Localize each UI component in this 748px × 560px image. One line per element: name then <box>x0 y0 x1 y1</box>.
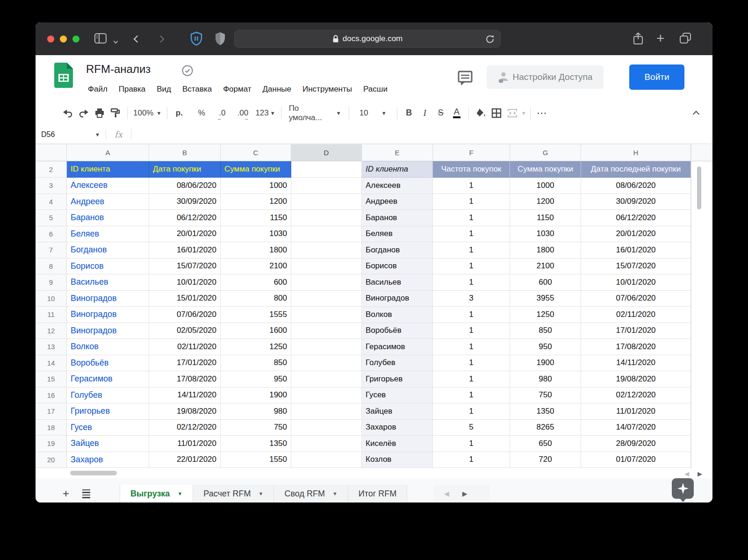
cell-C11[interactable]: 1555 <box>221 307 291 323</box>
cell-E2[interactable]: ID клиента <box>362 161 433 178</box>
cell-D18[interactable] <box>291 420 362 436</box>
cell-F2[interactable]: Частота покупок <box>433 161 510 178</box>
all-sheets-icon[interactable] <box>82 489 90 498</box>
cell-C5[interactable]: 1150 <box>221 210 291 226</box>
cell-H14[interactable]: 14/11/2020 <box>581 355 691 372</box>
cell-E8[interactable]: Борисов <box>362 258 433 275</box>
cell-A20[interactable]: Захаров <box>67 452 149 468</box>
cell-E11[interactable]: Волков <box>362 307 433 323</box>
cell-F8[interactable]: 1 <box>433 258 510 275</box>
cell-H16[interactable]: 02/12/2020 <box>581 388 691 404</box>
cell-D8[interactable] <box>291 258 362 275</box>
cell-F16[interactable]: 1 <box>433 388 510 404</box>
menu-item-3[interactable]: Вставка <box>177 82 217 96</box>
column-header-A[interactable]: A <box>67 144 149 161</box>
cell-E13[interactable]: Герасимов <box>362 339 433 355</box>
shield-icon[interactable] <box>214 31 226 46</box>
cell-C19[interactable]: 1350 <box>221 436 291 452</box>
cell-H3[interactable]: 08/06/2020 <box>581 178 691 194</box>
cell-C4[interactable]: 1200 <box>221 194 291 210</box>
row-header-15[interactable]: 15 <box>36 371 67 388</box>
sheet-tab-0[interactable]: Выгрузка▼ <box>120 485 193 503</box>
cell-D16[interactable] <box>291 388 362 404</box>
vertical-scroll-thumb[interactable] <box>697 166 701 209</box>
zoom-select[interactable]: 100%▼ <box>131 105 163 121</box>
cell-A6[interactable]: Беляев <box>67 226 149 243</box>
row-header-13[interactable]: 13 <box>36 339 67 355</box>
cell-C2[interactable]: Сумма покупки <box>221 161 291 178</box>
sheet-tab-3[interactable]: Итог RFM <box>348 485 408 503</box>
cell-F7[interactable]: 1 <box>433 242 510 258</box>
cell-B8[interactable]: 15/07/2020 <box>149 258 221 275</box>
cell-A4[interactable]: Андреев <box>67 194 149 210</box>
row-header-18[interactable]: 18 <box>36 420 67 436</box>
print-icon[interactable] <box>92 105 108 121</box>
cell-A15[interactable]: Герасимов <box>67 371 149 388</box>
cell-H13[interactable]: 17/08/2020 <box>581 339 691 355</box>
text-color-button[interactable]: A <box>449 105 465 121</box>
cell-D19[interactable] <box>291 436 362 452</box>
cell-G18[interactable]: 8265 <box>510 420 581 436</box>
fullscreen-window-button[interactable] <box>72 36 79 43</box>
cell-E14[interactable]: Голубев <box>362 355 433 372</box>
cell-A17[interactable]: Григорьев <box>67 403 149 420</box>
cell-G7[interactable]: 1800 <box>510 242 581 258</box>
cell-A7[interactable]: Богданов <box>67 242 149 258</box>
cell-C14[interactable]: 850 <box>221 355 291 372</box>
cell-E18[interactable]: Захаров <box>362 420 433 436</box>
cell-G10[interactable]: 3955 <box>510 291 581 307</box>
cell-H17[interactable]: 11/01/2020 <box>581 403 691 420</box>
add-sheet-icon[interactable]: + <box>63 487 69 500</box>
cell-H4[interactable]: 30/09/2020 <box>581 194 691 210</box>
cell-C18[interactable]: 750 <box>221 420 291 436</box>
row-header-16[interactable]: 16 <box>36 388 67 404</box>
menu-item-2[interactable]: Вид <box>151 82 177 96</box>
cell-H10[interactable]: 07/06/2020 <box>581 291 691 307</box>
sheets-logo-icon[interactable] <box>54 63 73 88</box>
cell-G14[interactable]: 1900 <box>510 355 581 372</box>
cell-B2[interactable]: Дата покупки <box>149 161 221 178</box>
cell-E12[interactable]: Воробьёв <box>362 323 433 339</box>
reload-icon[interactable] <box>485 34 495 43</box>
menu-item-6[interactable]: Инструменты <box>297 82 358 96</box>
cell-B6[interactable]: 20/01/2020 <box>149 226 221 243</box>
cell-D9[interactable] <box>291 274 362 291</box>
cell-B9[interactable]: 10/01/2020 <box>149 274 221 291</box>
cell-E20[interactable]: Козлов <box>362 452 433 468</box>
cell-F5[interactable]: 1 <box>433 210 510 226</box>
row-header-12[interactable]: 12 <box>36 323 67 339</box>
cell-C10[interactable]: 800 <box>221 291 291 307</box>
cell-B3[interactable]: 08/06/2020 <box>149 178 221 194</box>
sheet-tab-menu-icon[interactable]: ▼ <box>259 491 264 496</box>
cell-C16[interactable]: 1900 <box>221 388 291 404</box>
paint-format-icon[interactable] <box>108 105 123 121</box>
cell-C6[interactable]: 1030 <box>221 226 291 243</box>
cell-G20[interactable]: 720 <box>510 452 581 468</box>
cell-B19[interactable]: 11/01/2020 <box>149 436 221 452</box>
menu-item-5[interactable]: Данные <box>257 82 297 96</box>
cell-G4[interactable]: 1200 <box>510 194 581 210</box>
cell-B13[interactable]: 02/11/2020 <box>149 339 221 355</box>
cell-F9[interactable]: 1 <box>433 274 510 291</box>
cell-H2[interactable]: Дата последней покупки <box>581 161 691 178</box>
scroll-left-icon[interactable]: ◀ <box>684 470 689 477</box>
font-size-select[interactable]: 10▼ <box>353 105 393 121</box>
cell-D5[interactable] <box>291 210 362 226</box>
cell-B5[interactable]: 06/12/2020 <box>149 210 221 226</box>
cell-B4[interactable]: 30/09/2020 <box>149 194 221 210</box>
cell-A9[interactable]: Васильев <box>67 274 149 291</box>
borders-icon[interactable] <box>489 105 504 121</box>
cell-F4[interactable]: 1 <box>433 194 510 210</box>
cell-E10[interactable]: Виноградов <box>362 291 433 307</box>
cell-C7[interactable]: 1800 <box>221 242 291 258</box>
cell-D14[interactable] <box>291 355 362 372</box>
row-header-9[interactable]: 9 <box>36 274 67 291</box>
sheet-tab-1[interactable]: Расчет RFM▼ <box>193 485 274 503</box>
cell-H15[interactable]: 19/08/2020 <box>581 371 691 388</box>
forward-icon[interactable] <box>158 35 163 43</box>
address-bar[interactable]: docs.google.com <box>234 30 501 48</box>
redo-icon[interactable] <box>76 105 92 121</box>
cell-F17[interactable]: 1 <box>433 403 510 420</box>
cell-E17[interactable]: Зайцев <box>362 403 433 420</box>
cell-C9[interactable]: 600 <box>221 274 291 291</box>
